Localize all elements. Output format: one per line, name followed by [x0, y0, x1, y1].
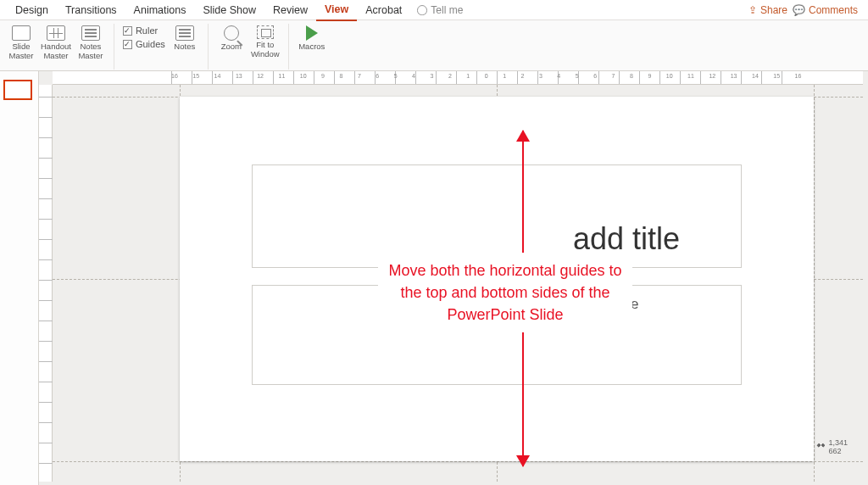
ribbon: Slide Master Handout Master Notes Master…	[0, 20, 868, 71]
bulb-icon	[417, 5, 427, 15]
group-show: ✓ Ruler ✓ Guides Notes	[123, 24, 209, 70]
group-masters: Slide Master Handout Master Notes Master	[7, 24, 114, 70]
slide[interactable]: add title dd subtitle Move both the hori…	[180, 97, 814, 461]
fit-window-icon	[257, 25, 274, 39]
zoom-icon	[224, 25, 239, 41]
menu-slideshow[interactable]: Slide Show	[194, 0, 264, 20]
zoom-button[interactable]: Zoom	[217, 24, 246, 52]
share-label: Share	[760, 4, 787, 16]
menu-review[interactable]: Review	[264, 0, 316, 20]
notes-master-icon	[81, 25, 100, 41]
title-placeholder[interactable]: add title	[252, 164, 742, 268]
comments-label: Comments	[809, 4, 858, 16]
group-macros: Macros	[298, 24, 335, 70]
menu-acrobat[interactable]: Acrobat	[357, 0, 410, 20]
guide-horizontal-bottom[interactable]	[53, 461, 863, 462]
arrow-up-icon	[516, 130, 530, 142]
ruler-numbers: 1615141312111098765432101234567891011121…	[171, 73, 801, 79]
guides-checkbox[interactable]: ✓ Guides	[123, 39, 165, 49]
stage[interactable]: add title dd subtitle Move both the hori…	[53, 85, 863, 482]
checkbox-icon: ✓	[123, 40, 132, 49]
guide-vertical-right[interactable]	[814, 85, 815, 482]
guides-label: Guides	[136, 39, 165, 49]
handout-master-icon	[47, 25, 65, 41]
horizontal-ruler: 1615141312111098765432101234567891011121…	[53, 71, 863, 85]
menu-bar: Design Transitions Animations Slide Show…	[0, 0, 868, 20]
share-icon: ⇪	[748, 4, 757, 16]
notes-master-label: Notes Master	[78, 42, 103, 61]
ruler-label: Ruler	[136, 25, 158, 36]
zoom-label: Zoom	[221, 42, 242, 52]
tell-me-label: Tell me	[431, 4, 463, 16]
notes-button[interactable]: Notes	[170, 24, 199, 52]
slide-master-button[interactable]: Slide Master	[7, 24, 36, 61]
workspace: 1615141312111098765432101234567891011121…	[0, 71, 868, 485]
notes-btn-label: Notes	[174, 42, 195, 52]
menu-view[interactable]: View	[316, 0, 357, 21]
ruler-checkbox[interactable]: ✓ Ruler	[123, 25, 165, 36]
vertical-ruler	[39, 85, 53, 482]
checkbox-icon: ✓	[123, 26, 132, 36]
notes-icon	[175, 25, 194, 41]
group-zoom: Zoom Fit to Window	[217, 24, 289, 70]
play-icon	[306, 25, 318, 41]
notes-master-button[interactable]: Notes Master	[76, 24, 105, 61]
comments-button[interactable]: 💬 Comments	[793, 4, 858, 16]
slide-master-label: Slide Master	[8, 42, 33, 61]
handout-master-label: Handout Master	[41, 42, 71, 61]
slide-thumb-1[interactable]	[3, 80, 32, 100]
tell-me[interactable]: Tell me	[417, 4, 463, 16]
comment-icon: 💬	[793, 4, 805, 16]
subtitle-placeholder[interactable]: dd subtitle	[252, 285, 742, 385]
slide-thumbnails	[0, 71, 39, 485]
slide-master-icon	[12, 25, 31, 41]
menu-design[interactable]: Design	[7, 0, 57, 20]
menu-animations[interactable]: Animations	[125, 0, 195, 20]
cursor-position: 1,341 662	[828, 439, 848, 456]
subtitle-placeholder-text: dd subtitle	[573, 296, 639, 313]
fit-to-window-button[interactable]: Fit to Window	[251, 24, 280, 59]
fit-label: Fit to Window	[251, 41, 280, 59]
canvas: 1615141312111098765432101234567891011121…	[39, 71, 868, 485]
macros-label: Macros	[298, 42, 325, 52]
menu-transitions[interactable]: Transitions	[57, 0, 125, 20]
handout-master-button[interactable]: Handout Master	[41, 24, 71, 61]
macros-button[interactable]: Macros	[298, 24, 326, 52]
title-placeholder-text: add title	[573, 221, 680, 257]
share-button[interactable]: ⇪ Share	[748, 4, 787, 16]
